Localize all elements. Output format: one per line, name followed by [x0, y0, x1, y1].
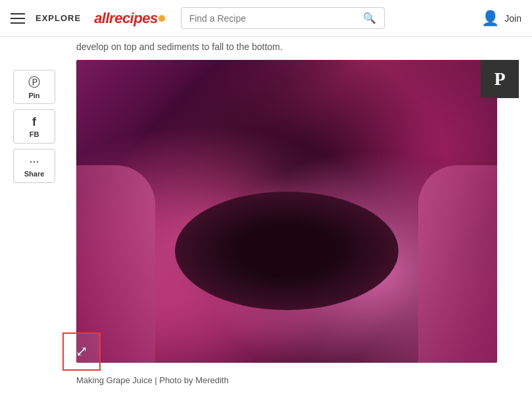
header-left: EXPLORE allrecipes	[11, 10, 165, 27]
logo-text: allrecipes	[94, 10, 158, 27]
social-sidebar: Ⓟ Pin f FB ··· Share	[13, 70, 55, 183]
expand-button[interactable]: ⤢	[62, 332, 101, 371]
facebook-icon: f	[32, 115, 36, 129]
content-area: develop on top and sediments to fall to …	[0, 37, 532, 397]
main-image-container	[76, 60, 497, 363]
header-right: 👤 Join	[481, 10, 521, 27]
image-grape-pile	[175, 192, 399, 310]
share-icon: ···	[29, 155, 39, 169]
pin-button[interactable]: Ⓟ Pin	[13, 70, 55, 104]
image-caption: Making Grape Juice | Photo by Meredith	[76, 375, 229, 385]
header: EXPLORE allrecipes 🔍 👤 Join	[0, 0, 532, 37]
search-input[interactable]	[189, 13, 363, 24]
facebook-button[interactable]: f FB	[13, 109, 55, 144]
pinterest-overlay-icon: P	[494, 68, 505, 90]
explore-label[interactable]: EXPLORE	[36, 13, 81, 23]
search-icon[interactable]: 🔍	[363, 12, 376, 24]
pinterest-small-icon: Ⓟ	[28, 74, 40, 90]
fb-label: FB	[30, 130, 39, 138]
logo[interactable]: allrecipes	[94, 10, 165, 27]
top-text-bar: develop on top and sediments to fall to …	[76, 37, 532, 57]
article-text: develop on top and sediments to fall to …	[76, 40, 283, 54]
image-hands-right	[418, 165, 497, 363]
join-button[interactable]: Join	[504, 13, 521, 24]
share-button[interactable]: ··· Share	[13, 149, 55, 183]
user-icon[interactable]: 👤	[481, 10, 499, 27]
search-bar[interactable]: 🔍	[181, 7, 385, 29]
pinterest-overlay-button[interactable]: P	[481, 60, 519, 98]
expand-icon: ⤢	[76, 343, 87, 360]
hamburger-menu-button[interactable]	[11, 13, 25, 24]
pin-label: Pin	[28, 92, 39, 99]
logo-dot	[158, 15, 165, 22]
main-image	[76, 60, 497, 363]
share-label: Share	[24, 170, 45, 178]
